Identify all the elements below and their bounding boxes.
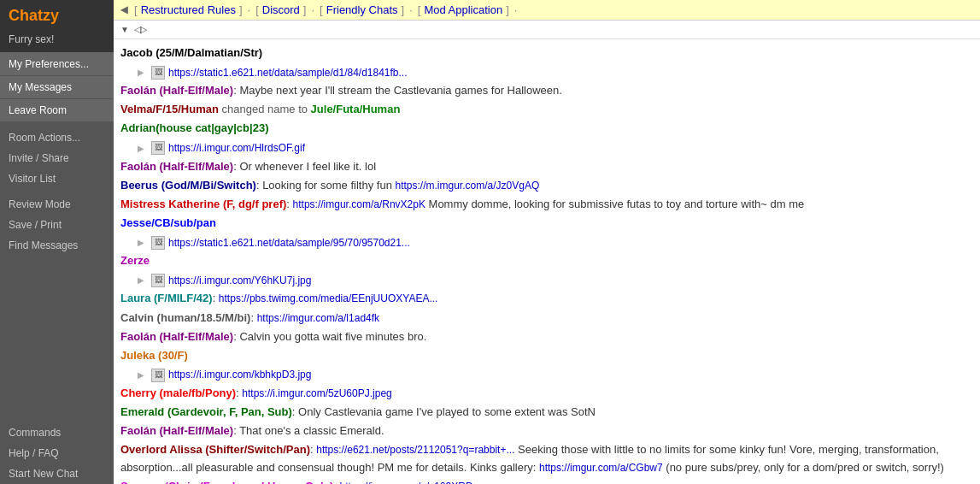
username: Faolán (Half-Elf/Male): [120, 84, 233, 97]
table-row: Faolán (Half-Elf/Male): That one's a cla…: [120, 422, 973, 440]
collapse-icon[interactable]: ▶: [138, 274, 144, 287]
scroll-arrows[interactable]: ◁▷: [134, 24, 146, 35]
my-preferences-button[interactable]: My Preferences...: [0, 53, 114, 76]
image-link[interactable]: https://i.imgur.com/Y6hKU7j.jpg: [168, 273, 311, 289]
username: Faolán (Half-Elf/Male): [120, 160, 233, 173]
message-text: :: [213, 292, 219, 304]
save-print-link[interactable]: Save / Print: [0, 215, 114, 235]
image-link[interactable]: https://i.imgur.com/kbhkpD3.jpg: [168, 367, 311, 383]
restructured-rules-link[interactable]: Restructured Rules: [141, 3, 236, 16]
table-row: Jesse/CB/sub/pan: [120, 215, 973, 232]
topbar: ◀ [Restructured Rules] · [Discord] · [Fr…: [114, 0, 980, 21]
bracket-close4: ]: [506, 3, 509, 16]
room-actions-link[interactable]: Room Actions...: [0, 127, 114, 148]
list-item: ▶ 🖼 https://static1.e621.net/data/sample…: [138, 65, 408, 81]
dot-1: ·: [248, 3, 251, 16]
mod-application-link[interactable]: Mod Application: [424, 3, 502, 16]
collapse-icon[interactable]: ▶: [138, 236, 144, 250]
username: Faolán (Half-Elf/Male): [120, 424, 233, 437]
table-row: Overlord Alissa (Shifter/Switch/Pan): ht…: [120, 441, 973, 475]
username: Calvin (human/18.5/M/bi): [120, 311, 250, 324]
table-row: Faolán (Half-Elf/Male): Or whenever I fe…: [120, 158, 973, 175]
bracket-close2: ]: [303, 3, 307, 16]
message-text: :: [286, 198, 292, 210]
username: Faolán (Half-Elf/Male): [120, 330, 233, 343]
image-icon: 🖼: [151, 66, 165, 80]
message-text: : Only Castlevania game I've played to s…: [292, 405, 596, 418]
image-icon: 🖼: [151, 369, 165, 382]
help-faq-link[interactable]: Help / FAQ: [0, 443, 114, 463]
subtoolbar: ▼ ◁▷: [114, 21, 980, 39]
list-item: ▶ 🖼 https://static1.e621.net/data/sample…: [138, 235, 410, 251]
app-logo: Chatzy: [0, 0, 114, 32]
find-messages-link[interactable]: Find Messages: [0, 235, 114, 256]
chat-link[interactable]: https://imgur.com/a/l1ad4fk: [257, 312, 379, 324]
message-text: :: [250, 311, 256, 324]
collapse-icon[interactable]: ▶: [138, 66, 144, 80]
username: Cherry (male/fb/Pony): [120, 387, 236, 399]
invite-share-link[interactable]: Invite / Share: [0, 148, 114, 168]
friendly-chats-link[interactable]: Friendly Chats: [326, 3, 398, 16]
visitor-list-link[interactable]: Visitor List: [0, 168, 114, 189]
username: Sanaa w/Chris (Female and Herms Only): [120, 480, 333, 484]
room-tagline: Furry sex!: [0, 32, 114, 53]
image-icon: 🖼: [151, 141, 165, 155]
username-old: Velma/F/15/Human: [120, 103, 219, 115]
bracket-open2: [: [255, 3, 259, 16]
leave-room-button[interactable]: Leave Room: [0, 99, 114, 122]
table-row: Jacob (25/M/Dalmatian/Str): [120, 44, 973, 62]
list-item: ▶ 🖼 https://i.imgur.com/kbhkpD3.jpg: [138, 367, 311, 383]
table-row: Juleka (30/F): [120, 347, 973, 364]
image-link[interactable]: https://i.imgur.com/HlrdsOF.gif: [168, 140, 305, 156]
table-row: Calvin (human/18.5/M/bi): https://imgur.…: [120, 310, 973, 327]
chat-link[interactable]: https://m.imgur.com/a/Jz0VgAQ: [396, 180, 540, 192]
message-text: : Calvin you gotta wait five minutes bro…: [233, 330, 426, 343]
message-text-after: Mommy domme, looking for submissive futa…: [425, 198, 804, 210]
collapse-arrow[interactable]: ◀: [120, 4, 127, 15]
dropdown-arrow[interactable]: ▼: [120, 25, 129, 34]
username: Emerald (Gardevoir, F, Pan, Sub): [120, 405, 292, 418]
bracket-open3: [: [320, 3, 323, 16]
image-link[interactable]: https://static1.e621.net/data/sample/95/…: [168, 235, 410, 251]
table-row: Laura (F/MILF/42): https://pbs.twimg.com…: [120, 290, 973, 307]
chat-link[interactable]: https://imgur.com/a/RnvX2pK: [293, 198, 425, 210]
list-item: ▶ 🖼 https://i.imgur.com/Y6hKU7j.jpg: [138, 273, 311, 289]
bracket-open4: [: [418, 3, 421, 16]
message-text-after2: (no pure subs/prey, only for a dom/pred …: [663, 461, 944, 474]
username: Mistress Katherine (F, dg/f pref): [120, 198, 286, 210]
review-mode-link[interactable]: Review Mode: [0, 194, 114, 215]
commands-link[interactable]: Commands: [0, 422, 114, 443]
username: Beerus (God/M/Bi/Switch): [120, 179, 256, 192]
start-new-chat-link[interactable]: Start New Chat: [0, 463, 114, 484]
chat-link[interactable]: https://i.imgur.com/5zU60PJ.jpeg: [242, 387, 391, 399]
name-change-action: changed name to: [219, 103, 311, 115]
chat-link[interactable]: https://imgur.com/a/c169XRD: [339, 481, 472, 484]
chat-link[interactable]: https://e621.net/posts/2112051?q=rabbit+…: [316, 444, 514, 456]
message-text: : Maybe next year I'll stream the Castle…: [233, 84, 562, 97]
username: Jacob (25/M/Dalmatian/Str): [120, 46, 262, 59]
bracket-close: ]: [239, 3, 243, 16]
table-row: Zerze: [120, 252, 973, 269]
dot-2: ·: [311, 3, 314, 16]
logo-chatzy: C: [9, 7, 20, 24]
bracket-open: [: [134, 3, 138, 16]
table-row: Cherry (male/fb/Pony): https://i.imgur.c…: [120, 385, 973, 402]
sidebar: Chatzy Furry sex! My Preferences... My M…: [0, 0, 114, 484]
message-text: : That one's a classic Emerald.: [233, 424, 384, 437]
username: Laura (F/MILF/42): [120, 292, 213, 304]
chat-area: Jacob (25/M/Dalmatian/Str) ▶ 🖼 https://s…: [114, 39, 980, 484]
discord-link[interactable]: Discord: [262, 3, 300, 16]
chat-link-2[interactable]: https://imgur.com/a/CGbw7: [539, 462, 663, 474]
table-row: Faolán (Half-Elf/Male): Calvin you gotta…: [120, 328, 973, 345]
chat-link[interactable]: https://pbs.twimg.com/media/EEnjUUOXYAEA…: [219, 292, 438, 304]
collapse-icon[interactable]: ▶: [138, 142, 144, 156]
my-messages-button[interactable]: My Messages: [0, 76, 114, 99]
collapse-icon[interactable]: ▶: [138, 369, 144, 382]
image-link[interactable]: https://static1.e621.net/data/sample/d1/…: [168, 65, 408, 81]
dot-4: ·: [514, 3, 518, 16]
username-new: Jule/Futa/Human: [311, 103, 401, 115]
table-row: Emerald (Gardevoir, F, Pan, Sub): Only C…: [120, 404, 973, 421]
username: Juleka (30/F): [120, 349, 188, 362]
dot-3: ·: [409, 3, 413, 16]
image-icon: 🖼: [151, 236, 165, 250]
